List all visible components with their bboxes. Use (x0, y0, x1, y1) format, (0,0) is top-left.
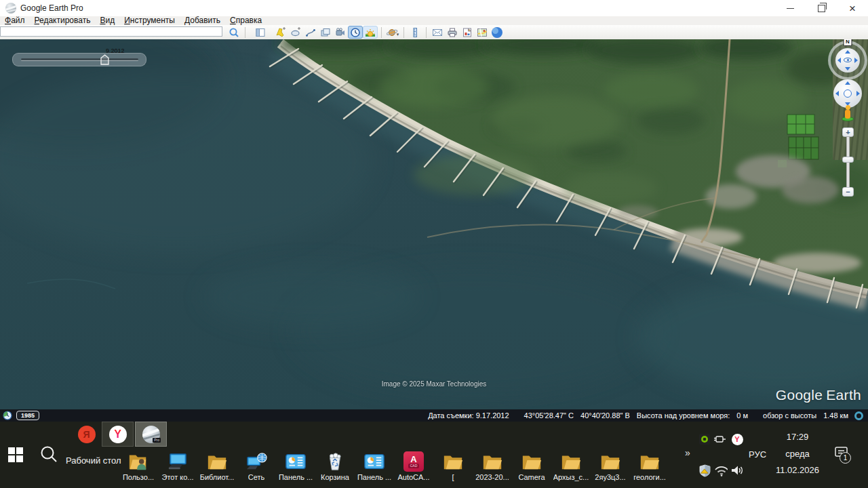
shortcut-folder-camera[interactable]: Camera (512, 447, 551, 481)
look-down-arrow-icon[interactable] (845, 67, 850, 70)
oldest-imagery-year-button[interactable]: 1985 (16, 411, 39, 420)
menu-file[interactable]: Файл (0, 16, 30, 25)
globe-icon (490, 26, 504, 39)
elevation-value: 0 м (736, 411, 748, 420)
toolbar: ▾ (0, 25, 868, 39)
search-icon (229, 27, 239, 38)
zoom-in-button[interactable]: + (842, 127, 854, 137)
menu-add[interactable]: Добавить (180, 16, 225, 25)
shortcut-users-folder[interactable]: Пользо... (119, 447, 158, 481)
shortcut-this-pc[interactable]: Этот ко... (158, 447, 197, 481)
north-indicator[interactable]: N (844, 39, 852, 46)
tray-yandex-browser[interactable]: Y (730, 433, 744, 445)
look-joystick[interactable]: N (828, 41, 867, 80)
add-polygon-button[interactable] (288, 26, 303, 39)
action-center-button[interactable]: 1 (834, 446, 854, 465)
shortcut-folder-arkhyz[interactable]: Архыз_с... (551, 447, 591, 481)
shortcut-libraries[interactable]: Библиот... (197, 447, 237, 481)
menu-bar: Файл Редактировать Вид Инструменты Добав… (0, 16, 868, 25)
sun-icon (365, 27, 376, 38)
shortcut-recycle-bin[interactable]: Корзина (315, 447, 355, 481)
sunlight-button[interactable] (363, 26, 378, 39)
planets-button[interactable]: ▾ (385, 26, 400, 39)
zoom-slider-handle[interactable] (842, 157, 854, 163)
look-left-arrow-icon[interactable] (837, 58, 841, 63)
shortcut-folder-2yu3[interactable]: 2яу3ц3... (591, 447, 630, 481)
move-joystick[interactable] (833, 79, 862, 108)
move-right-arrow-icon[interactable] (856, 91, 860, 96)
look-right-arrow-icon[interactable] (854, 58, 858, 63)
polygon-icon (290, 27, 301, 38)
menu-help[interactable]: Справка (225, 16, 267, 25)
tray-power[interactable] (713, 433, 727, 445)
shortcut-folder-geology[interactable]: геологи... (630, 447, 669, 481)
shortcut-control-panel-2[interactable]: Панель ... (355, 447, 394, 481)
status-bar: 1985 Дата съемки: 9.17.2012 43°05'28.47"… (0, 409, 868, 422)
save-image-button[interactable] (460, 26, 475, 39)
print-button[interactable] (445, 26, 460, 39)
window-titlebar: Google Earth Pro × (0, 0, 868, 16)
menu-view[interactable]: Вид (95, 16, 119, 25)
clock-icon (350, 27, 361, 38)
tray-volume[interactable] (730, 464, 744, 476)
minimize-button[interactable] (774, 0, 806, 16)
add-path-button[interactable] (303, 26, 318, 39)
view-in-google-maps-button[interactable] (475, 26, 490, 39)
pegman-head (846, 105, 850, 110)
desktop-toolbar-label[interactable]: Рабочий стол (66, 455, 121, 466)
toolbar-overflow-chevron[interactable]: » (685, 447, 690, 458)
menu-edit[interactable]: Редактировать (30, 16, 96, 25)
eye-altitude-value: 1.48 км (823, 411, 848, 420)
tray-security[interactable] (698, 464, 711, 476)
shortcut-control-panel-1[interactable]: Панель ... (276, 447, 315, 481)
yandex-browser-tray-icon: Y (732, 434, 743, 445)
add-image-overlay-button[interactable] (318, 26, 333, 39)
search-button[interactable] (226, 26, 241, 39)
tray-wifi[interactable] (714, 464, 728, 476)
record-tour-button[interactable] (333, 26, 348, 39)
eye-altitude-label: обзор с высоты (763, 411, 816, 420)
placemark-icon (275, 27, 286, 38)
zoom-out-button[interactable]: − (842, 187, 854, 197)
streaming-progress-icon (854, 411, 863, 420)
time-slider-track[interactable] (21, 58, 138, 60)
taskbar-pinned-google-earth-active[interactable]: Pro (135, 422, 167, 447)
move-left-arrow-icon[interactable] (835, 91, 839, 96)
globe-button[interactable] (490, 26, 505, 39)
street-view-pegman[interactable] (841, 105, 854, 121)
save-image-icon (462, 27, 473, 38)
desktop-shortcuts: Пользо... Этот ко... Библиот... Сеть Пан… (119, 447, 669, 481)
satellite-imagery (0, 39, 868, 409)
shortcut-folder-2023[interactable]: 2023-20... (473, 447, 512, 481)
menu-tools[interactable]: Инструменты (119, 16, 180, 25)
sidebar-toggle-button[interactable] (253, 26, 268, 39)
record-tour-icon (335, 27, 346, 38)
control-panel-icon (363, 447, 385, 472)
move-up-arrow-icon[interactable] (845, 81, 850, 85)
taskbar-pinned-yandex-browser[interactable]: Y (102, 422, 134, 447)
ruler-button[interactable] (408, 26, 422, 39)
speaker-icon (730, 464, 744, 476)
search-input[interactable] (0, 26, 222, 37)
email-button[interactable] (430, 26, 445, 39)
shortcut-network[interactable]: Сеть (237, 447, 276, 481)
time-slider-handle[interactable] (100, 54, 109, 65)
restore-button[interactable] (806, 0, 837, 16)
taskbar-search-button[interactable] (38, 443, 60, 466)
look-up-arrow-icon[interactable] (845, 50, 850, 54)
wifi-icon (714, 464, 728, 476)
shortcut-folder-bracket[interactable]: [ (433, 447, 473, 481)
tray-nvidia[interactable] (698, 433, 711, 445)
shortcut-autocad[interactable]: ACAD AutoCA... (394, 447, 433, 481)
time-slider[interactable]: 9.2012 (12, 53, 146, 66)
map-viewport[interactable]: 9.2012 N + − Image © 2025 Maxar Technolo… (0, 39, 868, 409)
add-placemark-button[interactable] (273, 26, 288, 39)
taskbar-pinned-yandex[interactable]: Я (71, 422, 102, 447)
folder-icon (599, 447, 621, 472)
start-button[interactable] (7, 446, 24, 464)
historical-imagery-button[interactable] (348, 26, 363, 39)
google-earth-app-icon (5, 3, 16, 14)
computer-icon (167, 447, 189, 472)
printer-icon (447, 27, 458, 38)
close-button[interactable]: × (837, 0, 868, 16)
